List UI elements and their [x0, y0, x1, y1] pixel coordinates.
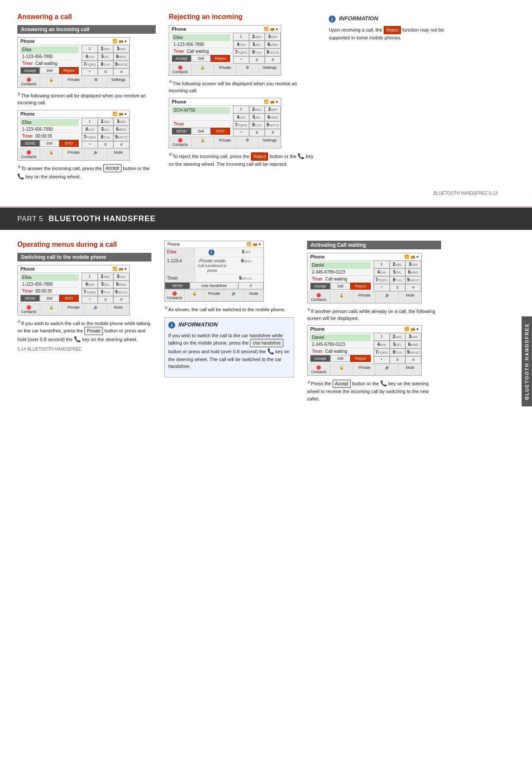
- key-7pqrsr2[interactable]: 7PQRS: [233, 121, 249, 129]
- accept-btn-cw1[interactable]: Accept: [310, 283, 330, 290]
- key-6mnosw[interactable]: 6MNO: [113, 281, 129, 288]
- contacts-cw1[interactable]: 🔴 Contacts: [308, 292, 330, 303]
- key-starr2[interactable]: *: [233, 129, 249, 136]
- private-btn-sw[interactable]: Private: [63, 304, 85, 315]
- key-6mnor[interactable]: 6MNO: [265, 41, 281, 48]
- key-hashr[interactable]: #: [265, 56, 281, 64]
- send-btn[interactable]: SEND: [20, 140, 40, 147]
- key-2abcr[interactable]: 2ABC: [249, 33, 265, 41]
- key-hashcw2[interactable]: #: [405, 356, 421, 364]
- contacts-btn-2[interactable]: 🔴 Contacts: [18, 149, 40, 160]
- key-6mnocw2[interactable]: 6MNO: [405, 341, 421, 348]
- key-4ghicw2[interactable]: 4GHI: [374, 341, 390, 348]
- reject-btn-r[interactable]: Reject: [211, 55, 230, 62]
- key-5jklb[interactable]: 5JKL: [98, 126, 114, 133]
- contacts-btn-r1[interactable]: 🔴 Contacts: [169, 64, 192, 75]
- send-btn-sw[interactable]: SEND: [20, 295, 40, 302]
- key-8tuvr2[interactable]: 8TUV: [249, 121, 265, 129]
- key-3defr2[interactable]: 3DEF: [265, 106, 281, 113]
- key-0[interactable]: 0: [98, 68, 114, 76]
- key-2abccw1[interactable]: 2ABC: [390, 261, 406, 268]
- key-0b[interactable]: 0: [98, 141, 114, 148]
- key-8tuv[interactable]: 8TUV: [98, 61, 114, 68]
- end-btn-r2[interactable]: END: [211, 128, 230, 135]
- mute-cw2[interactable]: Mute: [399, 364, 421, 375]
- private-cw1[interactable]: Private: [353, 292, 376, 303]
- key-9wxyzr2[interactable]: 9WXYZ: [265, 121, 281, 129]
- key-hashr2[interactable]: #: [265, 129, 281, 136]
- key-0cw2[interactable]: 0: [390, 356, 406, 364]
- key-9wxyzr[interactable]: 9WXYZ: [265, 48, 281, 56]
- key-3defb[interactable]: 3DEF: [113, 118, 129, 126]
- key-5jkl[interactable]: 5JKL: [98, 53, 114, 61]
- del-btn[interactable]: Del: [40, 67, 59, 74]
- key-starsw[interactable]: *: [82, 296, 98, 303]
- private-cw2[interactable]: Private: [353, 364, 376, 375]
- key-0cw1[interactable]: 0: [390, 284, 406, 291]
- key-7pqrs[interactable]: 7PQRS: [82, 61, 98, 68]
- key-4ghib[interactable]: 4GHI: [82, 126, 98, 133]
- key-6mno[interactable]: 6MNO: [113, 53, 129, 61]
- key-1cw2[interactable]: 1: [374, 333, 390, 341]
- mute-btn-sw[interactable]: Mute: [107, 304, 129, 315]
- key-3defr[interactable]: 3DEF: [265, 33, 281, 41]
- key-9wxyz[interactable]: 9WXYZ: [113, 61, 129, 68]
- del-btn-2[interactable]: Del: [40, 140, 59, 147]
- key-8tuvb[interactable]: 8TUV: [98, 133, 114, 141]
- reject-btn-cw1[interactable]: Reject: [350, 283, 371, 290]
- key-1b[interactable]: 1: [82, 118, 98, 126]
- key-6mnocw1[interactable]: 6MNO: [405, 268, 421, 276]
- key-7pqrscw2[interactable]: 7PQRS: [374, 348, 390, 356]
- key-7pqrsr[interactable]: 7PQRS: [233, 48, 249, 56]
- reject-btn[interactable]: Reject: [59, 67, 79, 74]
- key-6mnor2[interactable]: 6MNO: [265, 113, 281, 121]
- key-5jklcw2[interactable]: 5JKL: [390, 341, 406, 348]
- key-starcw2[interactable]: *: [374, 356, 390, 364]
- key-5jklcw1[interactable]: 5JKL: [390, 268, 406, 276]
- settings-btn[interactable]: Settings: [107, 76, 129, 87]
- del-btn-sw[interactable]: Del: [40, 295, 59, 302]
- key-0sw[interactable]: 0: [98, 296, 114, 303]
- key-starcw1[interactable]: *: [374, 284, 390, 291]
- key-1r[interactable]: 1: [233, 33, 249, 41]
- contacts-cw2[interactable]: 🔴 Contacts: [308, 364, 330, 375]
- end-btn-sw[interactable]: END: [59, 295, 79, 302]
- key-2abcsw[interactable]: 2ABC: [98, 273, 114, 281]
- key-9wxyzb[interactable]: 9WXYZ: [113, 133, 129, 141]
- accept-btn[interactable]: Accept: [20, 67, 40, 74]
- key-5jklsw[interactable]: 5JKL: [98, 281, 114, 288]
- mute-btn[interactable]: Mute: [107, 149, 129, 160]
- settings-btn-r1[interactable]: Settings: [259, 64, 281, 75]
- key-hashb[interactable]: #: [113, 141, 129, 148]
- private-btn[interactable]: Private: [63, 76, 85, 87]
- settings-btn-r2[interactable]: Settings: [259, 137, 281, 148]
- use-handsfree-btn[interactable]: Use handsfree: [190, 282, 238, 289]
- contacts-btn-sw[interactable]: 🔴 Contacts: [18, 304, 40, 315]
- key-0r2[interactable]: 0: [249, 129, 265, 136]
- mute-pm[interactable]: Mute: [244, 290, 263, 301]
- key-8tuvsw[interactable]: 8TUV: [98, 288, 114, 296]
- send-btn-pm[interactable]: SEND: [165, 282, 190, 289]
- key-2abcr2[interactable]: 2ABC: [249, 106, 265, 113]
- accept-btn-r[interactable]: Accept: [172, 55, 191, 62]
- key-starb[interactable]: *: [82, 141, 98, 148]
- private-pm[interactable]: Private: [205, 290, 224, 301]
- key-1r2[interactable]: 1: [233, 106, 249, 113]
- mute-cw1[interactable]: Mute: [399, 292, 421, 303]
- del-btn-r2[interactable]: Del: [191, 128, 211, 135]
- key-star[interactable]: *: [82, 68, 98, 76]
- del-btn-r[interactable]: Del: [191, 55, 211, 62]
- key-5jklr2[interactable]: 5JKL: [249, 113, 265, 121]
- key-starr[interactable]: *: [233, 56, 249, 64]
- key-hashcw1[interactable]: #: [405, 284, 421, 291]
- key-6mnob[interactable]: 6MNO: [113, 126, 129, 133]
- key-1sw[interactable]: 1: [82, 273, 98, 281]
- send-btn-r2[interactable]: SEND: [172, 128, 191, 135]
- private-btn-r2[interactable]: Private: [214, 137, 237, 148]
- contacts-btn[interactable]: 🔴 Contacts: [18, 76, 40, 87]
- hash-pm[interactable]: #: [238, 282, 263, 289]
- key-4ghisw[interactable]: 4GHI: [82, 281, 98, 288]
- key-hashsw[interactable]: #: [113, 296, 129, 303]
- del-btn-cw1[interactable]: Del: [330, 283, 351, 290]
- key-hash[interactable]: #: [113, 68, 129, 76]
